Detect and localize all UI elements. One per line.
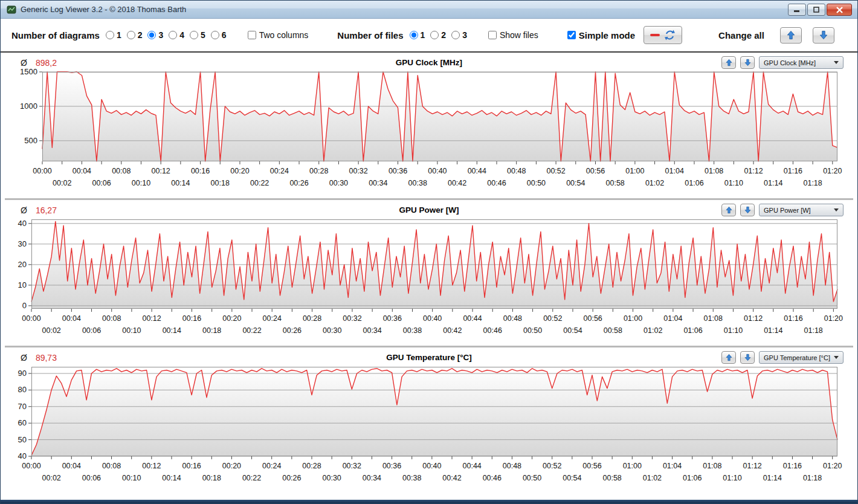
x-tick-label: 01:14 xyxy=(763,474,782,482)
x-tick-label: 00:06 xyxy=(92,179,111,187)
two-columns-checkbox[interactable]: Two columns xyxy=(248,30,309,40)
diagrams-radio-4[interactable]: 4 xyxy=(169,30,184,40)
x-tick-label: 00:00 xyxy=(33,167,51,175)
x-tick-label: 01:02 xyxy=(643,474,662,482)
x-tick-label: 00:14 xyxy=(171,179,190,187)
arrow-down-icon xyxy=(744,354,751,361)
x-tick-label: 00:42 xyxy=(443,326,462,335)
change-all-label: Change all xyxy=(718,30,764,40)
x-tick-label: 00:28 xyxy=(309,167,328,175)
chart-move-down-button[interactable] xyxy=(740,56,755,69)
x-tick-label: 00:24 xyxy=(262,462,281,470)
metric-dropdown[interactable]: GPU Temperature [°C] xyxy=(759,351,843,364)
x-tick-label: 00:36 xyxy=(389,167,407,175)
x-tick-label: 00:02 xyxy=(42,326,61,335)
maximize-button[interactable] xyxy=(807,4,825,16)
x-tick-label: 01:08 xyxy=(704,314,723,323)
x-tick-label: 00:38 xyxy=(403,326,422,335)
diagrams-radio-6[interactable]: 6 xyxy=(211,30,227,40)
x-tick-label: 00:48 xyxy=(503,462,521,470)
x-tick-label: 00:56 xyxy=(586,167,605,175)
x-tick-label: 00:18 xyxy=(202,474,221,482)
toolbar: Number of diagrams 1 2 3 4 5 6 Two colum… xyxy=(1,19,857,53)
x-tick-label: 01:02 xyxy=(644,326,662,335)
x-tick-label: 00:00 xyxy=(22,462,40,470)
title-bar[interactable]: Generic Log Viewer 3.2 - © 2018 Thomas B… xyxy=(1,1,857,19)
gpu-temperature-plot[interactable]: 40506070809000:0000:0400:0800:1200:1600:… xyxy=(5,367,853,491)
chart-move-down-button[interactable] xyxy=(740,204,755,216)
x-tick-label: 00:50 xyxy=(523,474,541,482)
x-tick-label: 00:04 xyxy=(62,314,81,323)
gpu-power-w--svg xyxy=(31,219,837,312)
x-tick-label: 00:10 xyxy=(122,326,141,335)
reset-color-button[interactable] xyxy=(644,26,682,44)
x-tick-label: 01:10 xyxy=(723,474,741,482)
x-tick-label: 00:26 xyxy=(283,326,302,335)
gpu-temperature-c--svg xyxy=(31,367,837,460)
x-tick-label: 00:22 xyxy=(242,326,261,335)
x-tick-label: 01:02 xyxy=(645,179,664,187)
files-radio-1[interactable]: 1 xyxy=(410,30,425,40)
arrow-down-icon xyxy=(744,206,751,214)
x-tick-label: 00:10 xyxy=(122,474,141,482)
chart-move-up-button[interactable] xyxy=(721,351,736,364)
files-radio-3[interactable]: 3 xyxy=(451,30,467,40)
x-tick-label: 00:22 xyxy=(250,179,269,187)
chart-panel-gpu-power: Ø16,27 GPU Power [W] GPU Power [W] 01020… xyxy=(5,200,853,347)
diagrams-radio-1[interactable]: 1 xyxy=(106,30,121,40)
simple-mode-checkbox[interactable]: Simple mode xyxy=(567,30,635,40)
x-tick-label: 00:46 xyxy=(483,474,502,482)
x-tick-label: 01:04 xyxy=(663,314,682,323)
metric-dropdown[interactable]: GPU Clock [MHz] xyxy=(759,56,843,69)
x-tick-label: 00:16 xyxy=(182,314,201,323)
x-tick-label: 00:06 xyxy=(82,326,101,335)
x-tick-label: 01:04 xyxy=(663,462,682,470)
x-tick-label: 01:12 xyxy=(744,167,763,175)
gpu-clock-plot[interactable]: 5001000150000:0000:0400:0800:1200:1600:2… xyxy=(5,72,853,196)
chart-move-up-button[interactable] xyxy=(721,204,736,216)
change-all-down-button[interactable] xyxy=(813,27,834,44)
files-radio-2[interactable]: 2 xyxy=(430,30,446,40)
x-tick-label: 01:16 xyxy=(783,462,802,470)
diagrams-radio-3[interactable]: 3 xyxy=(147,30,163,40)
x-tick-label: 00:12 xyxy=(152,167,170,175)
x-tick-label: 00:04 xyxy=(73,167,91,175)
x-tick-label: 00:08 xyxy=(112,167,131,175)
close-button[interactable] xyxy=(827,4,852,16)
y-tick-label: 1000 xyxy=(5,102,37,111)
diagrams-radio-2[interactable]: 2 xyxy=(127,30,143,40)
y-tick-label: 0 xyxy=(5,301,27,310)
diagrams-radio-5[interactable]: 5 xyxy=(190,30,205,40)
x-tick-label: 00:40 xyxy=(423,314,442,323)
x-tick-label: 00:30 xyxy=(323,326,341,335)
x-tick-label: 00:08 xyxy=(102,462,121,470)
x-tick-label: 00:52 xyxy=(543,462,561,470)
charts-area: Ø898,2 GPU Clock [MHz] GPU Clock [MHz] 5… xyxy=(1,53,857,500)
chevron-down-icon xyxy=(834,356,839,359)
y-tick-label: 30 xyxy=(5,239,27,248)
change-all-up-button[interactable] xyxy=(780,27,802,44)
x-tick-label: 00:54 xyxy=(563,474,581,482)
x-tick-label: 01:06 xyxy=(685,179,703,187)
x-tick-label: 01:12 xyxy=(744,314,763,323)
x-tick-label: 01:06 xyxy=(683,326,702,335)
x-tick-label: 01:06 xyxy=(683,474,702,482)
x-tick-label: 00:48 xyxy=(503,314,522,323)
x-tick-label: 00:44 xyxy=(463,314,482,323)
metric-dropdown[interactable]: GPU Power [W] xyxy=(759,204,843,216)
x-tick-label: 00:48 xyxy=(507,167,526,175)
x-tick-label: 00:20 xyxy=(230,167,249,175)
minimize-button[interactable] xyxy=(788,4,806,16)
chevron-down-icon xyxy=(834,61,839,64)
x-tick-label: 01:18 xyxy=(803,179,822,187)
chart-move-up-button[interactable] xyxy=(721,56,736,69)
x-tick-label: 00:08 xyxy=(102,314,121,323)
x-tick-label: 01:12 xyxy=(743,462,762,470)
show-files-checkbox[interactable]: Show files xyxy=(488,30,538,40)
gpu-power-plot[interactable]: 01020304000:0000:0400:0800:1200:1600:200… xyxy=(5,219,853,344)
x-tick-label: 00:32 xyxy=(343,314,361,323)
chart-move-down-button[interactable] xyxy=(740,351,755,364)
x-tick-label: 00:32 xyxy=(343,462,361,470)
x-tick-label: 00:26 xyxy=(289,179,308,187)
x-tick-label: 00:50 xyxy=(523,326,542,335)
